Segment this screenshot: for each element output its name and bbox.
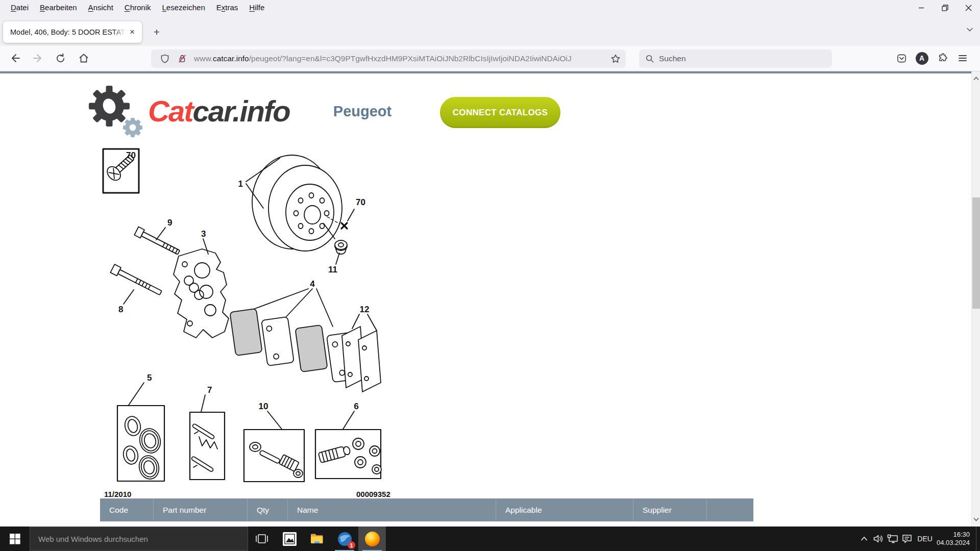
- hamburger-icon: [958, 53, 968, 63]
- connect-catalogs-button[interactable]: CONNECT CATALOGS: [440, 97, 560, 128]
- menu-item-lesezeichen[interactable]: Lesezeichen: [157, 0, 211, 14]
- callout-7: 7: [207, 385, 212, 395]
- tracking-shield-icon[interactable]: [160, 54, 170, 64]
- menu-item-datei[interactable]: Datei: [5, 0, 34, 14]
- col-code[interactable]: Code: [100, 498, 153, 521]
- window-controls: [910, 0, 980, 15]
- pocket-button[interactable]: [891, 49, 912, 67]
- col-applicable[interactable]: Applicable: [496, 498, 633, 521]
- extensions-puzzle-icon: [937, 53, 948, 64]
- file-explorer-button[interactable]: [303, 527, 331, 551]
- catcar-logo-text[interactable]: Catcar.info: [148, 94, 290, 128]
- part-guide-kit: 10: [244, 402, 304, 482]
- extensions-button[interactable]: [932, 49, 952, 67]
- tab-close-button[interactable]: ×: [127, 27, 138, 38]
- part-brake-disc: 1: [238, 155, 342, 251]
- tab-list-button[interactable]: [966, 26, 974, 34]
- reload-icon: [55, 53, 66, 64]
- restore-icon: [942, 5, 948, 11]
- part-seal-kit: 5: [117, 373, 164, 481]
- active-tab[interactable]: Model, 406, Body: 5 DOOR ESTATE / ×: [3, 21, 142, 43]
- callout-1: 1: [238, 179, 243, 189]
- callout-5: 5: [147, 373, 152, 383]
- menu-item-ansicht[interactable]: Ansicht: [83, 0, 119, 14]
- keyboard-language[interactable]: DEU: [917, 535, 933, 543]
- toolbar-right-icons: A: [891, 49, 973, 67]
- tab-title: Model, 406, Body: 5 DOOR ESTATE /: [10, 28, 127, 36]
- part-thumbnail-screw: 70: [103, 149, 139, 193]
- notification-center-icon: [902, 534, 912, 543]
- site-header: Catcar.info Peugeot CONNECT CATALOGS: [0, 73, 971, 148]
- screen: Datei Bearbeiten Ansicht Chronik Lesezei…: [0, 0, 980, 551]
- volume-button[interactable]: [871, 534, 886, 543]
- thunderbird-button[interactable]: 1: [331, 527, 358, 551]
- network-button[interactable]: [886, 534, 900, 543]
- part-spring-kit: 7: [190, 385, 225, 480]
- minimize-button[interactable]: [910, 0, 933, 15]
- menu-item-extras[interactable]: Extras: [211, 0, 244, 14]
- scroll-down-icon[interactable]: [972, 514, 980, 524]
- firefox-button[interactable]: [358, 527, 386, 551]
- part-guide-bolt: 9: [134, 218, 181, 257]
- account-button[interactable]: A: [912, 49, 932, 67]
- app-menu-button[interactable]: [952, 49, 973, 67]
- callout-9: 9: [167, 218, 172, 228]
- show-desktop-button[interactable]: [976, 527, 980, 551]
- url-text[interactable]: www.catcar.info/peugeot/?lang=en&l=c3Q9P…: [194, 54, 607, 63]
- bookmark-star-icon[interactable]: [610, 54, 621, 64]
- ethernet-icon: [887, 534, 898, 543]
- col-supplier[interactable]: Supplier: [633, 498, 706, 521]
- url-bar[interactable]: www.catcar.info/peugeot/?lang=en&l=c3Q9P…: [151, 49, 626, 68]
- windows-logo-icon: [10, 534, 20, 544]
- catcar-gears-logo: [88, 81, 149, 142]
- diagram-date: 11/2010: [104, 490, 131, 498]
- close-button[interactable]: [957, 0, 980, 15]
- new-tab-button[interactable]: +: [149, 24, 164, 40]
- minimize-icon: [918, 5, 924, 11]
- home-button[interactable]: [75, 49, 93, 67]
- photos-app-button[interactable]: [276, 527, 303, 551]
- taskbar-search-input[interactable]: Web und Windows durchsuchen: [30, 527, 248, 551]
- parts-table-header: Code Part number Qty Name Applicable Sup…: [100, 498, 753, 521]
- scroll-up-icon[interactable]: [972, 73, 980, 84]
- photos-icon: [283, 532, 297, 546]
- task-view-button[interactable]: [248, 527, 276, 551]
- brand-peugeot[interactable]: Peugeot: [322, 103, 403, 120]
- task-view-icon: [255, 533, 269, 544]
- system-tray: DEU 16:30 04.03.2024: [857, 527, 980, 551]
- col-qty[interactable]: Qty: [247, 498, 287, 521]
- col-empty: [706, 498, 753, 521]
- search-input[interactable]: Suchen: [639, 49, 832, 68]
- callout-10: 10: [259, 402, 268, 411]
- tray-time: 16:30: [937, 531, 970, 539]
- insecure-lock-icon[interactable]: [177, 54, 187, 64]
- tray-clock[interactable]: 16:30 04.03.2024: [937, 531, 970, 547]
- forward-button[interactable]: [29, 49, 47, 67]
- callout-12: 12: [360, 305, 370, 314]
- action-center-button[interactable]: [900, 534, 914, 543]
- col-part-number[interactable]: Part number: [153, 498, 247, 521]
- restore-button[interactable]: [933, 0, 957, 15]
- callout-70-box: 70: [126, 151, 136, 160]
- col-name[interactable]: Name: [287, 498, 496, 521]
- scrollbar-thumb[interactable]: [972, 197, 980, 309]
- page-scrollbar[interactable]: [971, 71, 980, 527]
- tray-expand-button[interactable]: [857, 536, 871, 541]
- speaker-icon: [873, 534, 884, 543]
- reload-button[interactable]: [51, 49, 69, 67]
- callout-3: 3: [201, 229, 206, 239]
- search-placeholder: Suchen: [659, 54, 686, 63]
- start-button[interactable]: [0, 527, 30, 551]
- menu-item-hilfe[interactable]: Hilfe: [243, 0, 270, 14]
- menu-item-chronik[interactable]: Chronik: [119, 0, 157, 14]
- back-button[interactable]: [6, 49, 24, 67]
- callout-11: 11: [328, 265, 337, 274]
- close-icon: [965, 5, 972, 11]
- windows-taskbar: Web und Windows durchsuchen 1: [0, 527, 980, 551]
- forward-icon: [32, 53, 43, 64]
- part-shims: 12: [342, 305, 381, 392]
- menu-item-bearbeiten[interactable]: Bearbeiten: [34, 0, 83, 14]
- file-explorer-icon: [310, 533, 324, 545]
- avatar: A: [916, 52, 928, 65]
- parts-diagram[interactable]: 70 1 70: [102, 148, 439, 499]
